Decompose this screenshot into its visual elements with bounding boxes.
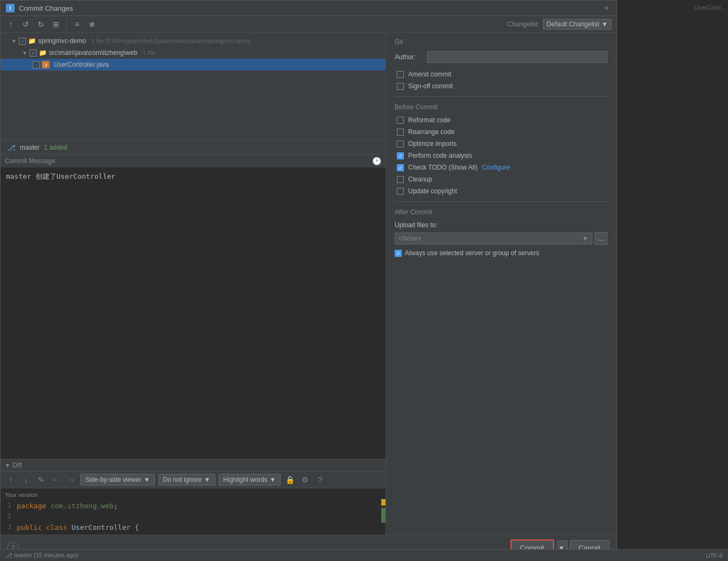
file-checkbox[interactable] [33,61,40,68]
ignore-dropdown[interactable]: Do not ignore ▼ [158,474,215,486]
author-label: Author: [395,53,422,61]
diff-down-button[interactable]: ↓ [20,474,32,486]
amend-commit-checkbox[interactable] [397,71,404,78]
viewer-dropdown[interactable]: Side-by-side viewer ▼ [80,474,155,486]
update-copyright-row: Update copyright [395,187,607,195]
amend-commit-row: Amend commit [395,71,607,78]
changelist-arrow-icon: ▼ [601,20,608,28]
folder-icon: 📁 [28,37,36,45]
branch-name: master [20,144,40,151]
divider-2 [395,201,607,202]
cleanup-label: Cleanup [408,176,432,183]
changelist-value: Default Changelist [547,20,599,28]
sign-off-checkbox[interactable] [397,83,404,90]
package-tree-item[interactable]: ▼ 📁 src\main\java\com\itzheng\web 1 file [1,47,386,59]
diff-toggle-icon[interactable]: ▼ [5,462,10,468]
changelist-dropdown[interactable]: Default Changelist ▼ [543,19,612,30]
separator [66,19,67,29]
project-checkbox[interactable] [19,38,26,45]
optimize-label: Optimize imports [408,140,457,148]
before-commit-title: Before Commit [395,103,607,111]
changelist-label: Changelist: [507,20,540,28]
class-name: UserController { [72,523,139,531]
line-number-1: 1 [1,502,17,509]
upload-arrow-icon: ▼ [582,235,589,242]
diff-up-button[interactable]: ↑ [5,474,17,486]
commit-message-section: Commit Message 🕐 master 创建了UserControlle… [1,154,386,459]
diff-section: ▼ Diff ↑ ↓ ✎ ← → Side-by-side viewer ▼ D… [1,459,386,535]
cleanup-row: Cleanup [395,176,607,183]
line-number-2: 2 [1,513,17,520]
after-commit-title: After Commit [395,208,607,216]
collapse-arrow-icon: ▼ [11,38,17,44]
encoding-text: UTF-8 [706,552,723,559]
branch-indicator: ⎇ master 1 added [1,141,386,154]
up-button[interactable]: ↑ [5,18,17,30]
file-tree: ▼ 📁 springmvc-demo 1 file D:\AProgramWor… [1,33,386,141]
viewer-value: Side-by-side viewer [85,476,142,483]
filter-button[interactable]: ≡ [71,18,83,30]
reformat-label: Reformat code [408,116,451,124]
diff-prev-button[interactable]: ← [50,474,62,486]
lock-icon[interactable]: 🔒 [284,474,296,486]
package-path: src\main\java\com\itzheng\web [49,49,137,57]
package-checkbox[interactable] [30,50,37,57]
upload-browse-button[interactable]: … [594,232,607,245]
perform-checkbox[interactable] [397,152,404,159]
file-tree-item[interactable]: J UserController.java [1,59,386,71]
author-input[interactable] [427,51,607,63]
left-panel: ▼ 📁 springmvc-demo 1 file D:\AProgramWor… [1,33,386,535]
grid-button[interactable]: ⊞ [50,18,62,30]
highlight-value: Highlight words [223,476,268,483]
reformat-checkbox[interactable] [397,117,404,124]
viewer-arrow-icon: ▼ [144,476,150,483]
right-panel: Git Author: Amend commit Sign-off commit… [386,33,616,535]
package-collapse-arrow-icon: ▼ [22,50,27,56]
diff-next-button[interactable]: → [65,474,77,486]
divider-1 [395,96,607,97]
code-line-1: 1 package com.itzheng.web; [1,500,386,511]
optimize-checkbox[interactable] [397,141,404,148]
java-file-icon: J [42,61,50,68]
optimize-row: Optimize imports [395,140,607,148]
settings-icon[interactable]: ⚙ [299,474,311,486]
highlight-dropdown[interactable]: Highlight words ▼ [219,474,281,486]
package-folder-icon: 📁 [39,49,47,57]
sign-off-row: Sign-off commit [395,82,607,90]
always-use-checkbox[interactable] [395,250,402,257]
undo-button[interactable]: ↺ [20,18,32,30]
project-tree-item[interactable]: ▼ 📁 springmvc-demo 1 file D:\AProgramWor… [1,35,386,47]
update-copyright-checkbox[interactable] [397,188,404,195]
cleanup-checkbox[interactable] [397,176,404,183]
commit-message-header: Commit Message 🕐 [1,154,386,167]
help-diff-icon[interactable]: ? [314,474,326,486]
always-use-row: Always use selected server or group of s… [395,249,607,257]
file-name: UserController.java [54,61,109,68]
configure-link[interactable]: Configure [482,164,510,171]
rearrange-checkbox[interactable] [397,129,404,136]
diff-edit-button[interactable]: ✎ [35,474,47,486]
ignore-arrow-icon: ▼ [204,476,211,483]
always-use-label: Always use selected server or group of s… [405,249,539,257]
filter2-button[interactable]: ≢ [86,18,98,30]
upload-row: <None> ▼ … [395,232,607,245]
diff-toolbar: ↑ ↓ ✎ ← → Side-by-side viewer ▼ Do not i… [1,472,386,488]
author-row: Author: [395,51,607,63]
gutter-mark-yellow [381,499,386,506]
upload-dropdown[interactable]: <None> ▼ [395,233,592,244]
code-text-3: public class UserController { [17,523,139,531]
diff-content: Your version 1 package com.itzheng.web; … [1,488,386,535]
dialog-title: Commit Changes [19,4,73,12]
semicolon: ; [114,502,118,510]
check-todo-checkbox[interactable] [397,164,404,171]
perform-row: Perform code analysis [395,152,607,159]
sign-off-label: Sign-off commit [408,82,453,90]
code-line-3: 3 public class UserController { [1,522,386,532]
redo-button[interactable]: ↻ [35,18,47,30]
upload-value: <None> [398,235,422,242]
ignore-value: Do not ignore [163,476,202,483]
close-button[interactable]: × [602,4,611,12]
history-icon[interactable]: 🕐 [372,157,381,165]
commit-message-input[interactable]: master 创建了UserController [1,167,386,459]
rearrange-row: Rearrange code [395,128,607,136]
